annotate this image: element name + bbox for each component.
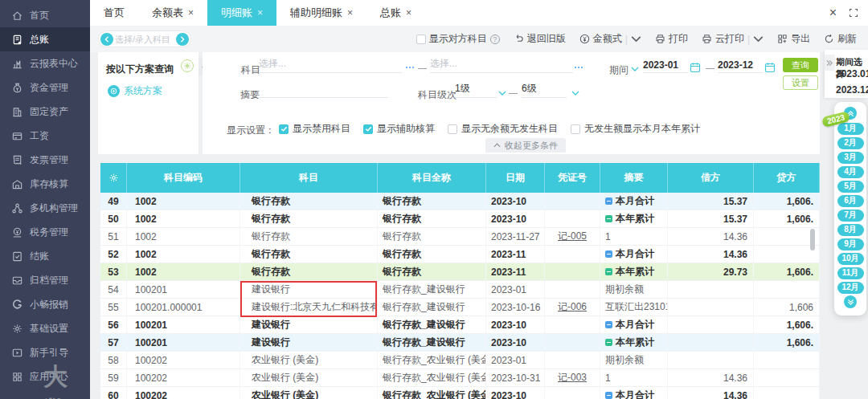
- level-to-select[interactable]: 6级: [522, 83, 567, 98]
- chevron-down-icon[interactable]: [498, 91, 506, 96]
- table-row[interactable]: 58100202农业银行 (美金)银行存款_农业银行 (美金)2023-01期初…: [100, 352, 820, 369]
- calendar-icon[interactable]: [690, 62, 701, 73]
- export-button[interactable]: 导出: [777, 32, 810, 46]
- display-option-3[interactable]: 显示无余额无发生科目: [448, 122, 558, 136]
- subject-search[interactable]: [98, 31, 191, 47]
- sidebar-item-2[interactable]: 总账: [0, 27, 90, 51]
- month-pill-5[interactable]: 5月: [837, 181, 864, 193]
- scheme-settings-gear-icon[interactable]: [181, 59, 194, 72]
- checkbox-checked[interactable]: [363, 124, 373, 134]
- prev-subject-icon[interactable]: [100, 33, 113, 46]
- table-row[interactable]: 501002银行存款银行存款2023-10本年累计15.371,606.: [100, 210, 820, 228]
- display-option-2[interactable]: 显示辅助核算: [363, 122, 435, 136]
- month-pill-11[interactable]: 11月: [837, 267, 864, 279]
- subject-to-more-icon[interactable]: [573, 62, 584, 73]
- level-from-select[interactable]: 1级: [455, 83, 497, 98]
- period-to-input[interactable]: 2023-12: [718, 59, 763, 73]
- sidebar-item-12[interactable]: 归档管理: [0, 268, 90, 292]
- sidebar-item-10[interactable]: 税务管理: [0, 220, 90, 244]
- tab-close-icon[interactable]: ×: [347, 7, 353, 18]
- tab-4[interactable]: 辅助明细账×: [276, 0, 366, 26]
- sidebar-item-7[interactable]: 发票管理: [0, 148, 90, 172]
- fullscreen-icon[interactable]: [849, 8, 858, 18]
- next-subject-icon[interactable]: [176, 33, 189, 46]
- month-pill-1[interactable]: 1月: [837, 123, 864, 135]
- tab-3[interactable]: 明细账×: [207, 0, 276, 26]
- calendar-icon[interactable]: [764, 62, 776, 73]
- period-chevron-down-icon[interactable]: [631, 67, 639, 72]
- sidebar-item-5[interactable]: 固定资产: [0, 100, 90, 124]
- table-row[interactable]: 55100201.000001建设银行:北京天九仁和科技有限公司银行存款_建设银…: [100, 299, 820, 316]
- voucher-link[interactable]: 记-006: [558, 300, 587, 314]
- refresh-button[interactable]: 刷新: [824, 32, 857, 46]
- show-opposite-toggle[interactable]: 显示对方科目 ?: [416, 32, 500, 46]
- scroll-down-icon[interactable]: [844, 295, 857, 308]
- month-pill-3[interactable]: 3月: [837, 152, 864, 164]
- display-option-1[interactable]: 显示禁用科目: [279, 122, 350, 136]
- table-row[interactable]: 59100202农业银行 (美金)银行存款_农业银行 (美金)2023-10-3…: [100, 369, 820, 387]
- table-row[interactable]: 56100201建设银行银行存款_建设银行2023-10本月合计1,606.: [100, 316, 820, 334]
- table-row[interactable]: 57100201建设银行银行存款_建设银行2023-10本年累计1,606.: [100, 334, 820, 352]
- table-row[interactable]: 54100201建设银行银行存款_建设银行2023-01期初余额: [100, 281, 820, 299]
- table-row[interactable]: 531002银行存款银行存款2023-11本年累计29.731,606.: [100, 263, 820, 281]
- subject-search-input[interactable]: [115, 35, 174, 44]
- sidebar-item-3[interactable]: 云报表中心: [0, 51, 90, 75]
- tab-close-icon[interactable]: ×: [188, 7, 194, 18]
- sidebar-item-15[interactable]: 新手引导: [0, 340, 90, 364]
- month-pill-10[interactable]: 10月: [837, 253, 864, 265]
- month-pill-9[interactable]: 9月: [837, 238, 864, 250]
- cloud-print-button[interactable]: 云打印 |: [702, 32, 764, 46]
- tab-5[interactable]: 总账×: [366, 0, 425, 26]
- table-row[interactable]: 60100202农业银行 (美金)银行存款_农业银行 (美金)2023-10本月…: [100, 387, 820, 399]
- table-settings-gear-icon[interactable]: [100, 163, 127, 193]
- checkbox-unchecked[interactable]: [571, 124, 580, 134]
- query-button[interactable]: 查询: [783, 58, 818, 72]
- sidebar-item-16[interactable]: 应用中心: [0, 364, 90, 389]
- print-button[interactable]: 打印: [655, 32, 688, 46]
- month-pill-6[interactable]: 6月: [837, 195, 864, 207]
- table-row[interactable]: 521002银行存款银行存款2023-11本月合计14.36: [100, 246, 820, 263]
- sidebar-item-6[interactable]: 工资: [0, 124, 90, 148]
- month-pill-7[interactable]: 7月: [837, 210, 864, 222]
- close-all-tabs-icon[interactable]: ×: [829, 6, 837, 20]
- sidebar-item-11[interactable]: 结账: [0, 244, 90, 268]
- sidebar-item-14[interactable]: 基础设置: [0, 316, 90, 340]
- subject-from-more-icon[interactable]: [404, 62, 416, 73]
- month-pill-4[interactable]: 4月: [837, 166, 864, 178]
- display-option-4[interactable]: 无发生额显示本月本年累计: [571, 122, 700, 136]
- sidebar-item-4[interactable]: 资金管理: [0, 75, 90, 100]
- tab-2[interactable]: 余额表×: [138, 0, 207, 26]
- tab-1[interactable]: 首页: [90, 0, 138, 26]
- table-row[interactable]: 511002银行存款银行存款2023-11-27记-005114.36: [100, 228, 820, 246]
- return-old-version-button[interactable]: 退回旧版: [514, 32, 566, 46]
- checkbox-unchecked[interactable]: [448, 124, 457, 134]
- vertical-scrollbar-thumb[interactable]: [810, 229, 815, 250]
- checkbox-checked[interactable]: [279, 124, 289, 134]
- sidebar-item-13[interactable]: 小畅报销: [0, 292, 90, 316]
- chevron-down-icon[interactable]: [571, 91, 579, 96]
- subject-from-select[interactable]: 选择...: [259, 59, 402, 73]
- sidebar-item-8[interactable]: 库存核算: [0, 172, 90, 196]
- month-pill-8[interactable]: 8月: [837, 224, 864, 236]
- expand-right-icon[interactable]: [825, 55, 835, 71]
- voucher-link[interactable]: 记-005: [558, 230, 587, 243]
- system-scheme-item[interactable]: 系统方案: [108, 84, 162, 98]
- summary-input[interactable]: [259, 83, 388, 98]
- tab-close-icon[interactable]: ×: [257, 7, 263, 18]
- period-from-input[interactable]: 2023-01: [643, 59, 688, 73]
- collapse-more-button[interactable]: 收起更多条件: [485, 138, 566, 153]
- month-pill-2[interactable]: 2月: [837, 137, 864, 149]
- settings-button[interactable]: 设置: [783, 75, 818, 90]
- tab-close-icon[interactable]: ×: [406, 7, 411, 18]
- help-question-icon[interactable]: ?: [490, 35, 500, 44]
- period-from-value[interactable]: 2023.01: [836, 68, 868, 79]
- sidebar-item-9[interactable]: 多机构管理: [0, 196, 90, 220]
- show-opposite-checkbox[interactable]: [416, 35, 426, 44]
- subject-to-select[interactable]: 选择...: [430, 59, 573, 73]
- table-row[interactable]: 491002银行存款银行存款2023-10本月合计15.371,606.: [100, 193, 820, 210]
- sidebar-item-1[interactable]: 首页: [0, 3, 90, 27]
- period-to-value[interactable]: 2023.12: [836, 84, 868, 96]
- amount-style-button[interactable]: 金额式 |: [579, 32, 641, 46]
- month-pill-12[interactable]: 12月: [837, 282, 864, 294]
- voucher-link[interactable]: 记-003: [558, 371, 587, 385]
